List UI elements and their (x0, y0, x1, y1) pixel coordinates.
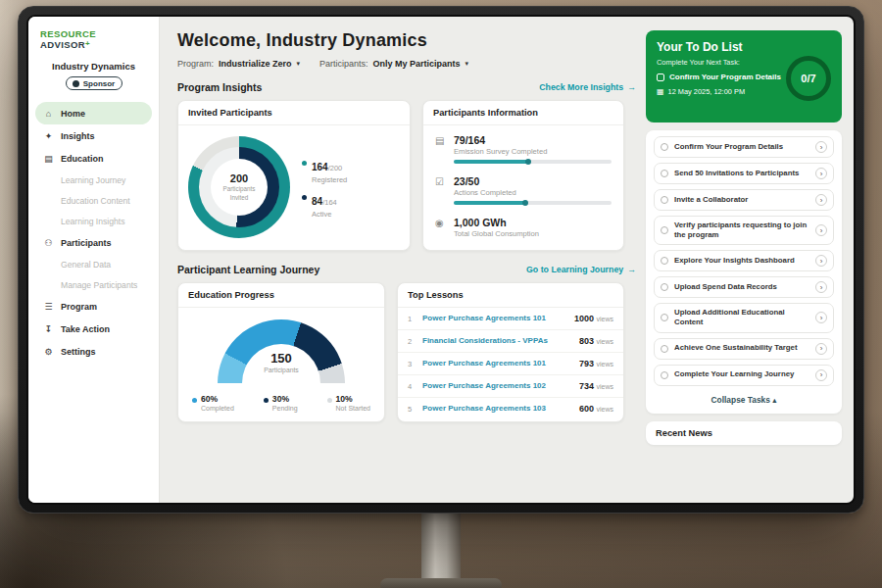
task-expand-button[interactable]: › (815, 194, 827, 206)
sidebar-item-education-content[interactable]: Education Content (28, 190, 159, 211)
sidebar-nav: ⌂ Home ✦ Insights ▤ Education Learning J… (28, 102, 159, 363)
task-checkbox[interactable] (661, 283, 668, 291)
progress-bar (454, 160, 612, 164)
legend-value: 30% (272, 394, 298, 404)
task-row[interactable]: Invite a Collaborator › (654, 189, 834, 211)
scene: RESOURCE ADVISOR+ Industry Dynamics Spon… (0, 0, 882, 588)
collapse-tasks-link[interactable]: Collapse Tasks ▴ (654, 391, 834, 410)
legend-label: Registered (312, 175, 347, 184)
task-checkbox[interactable] (661, 345, 668, 353)
task-expand-button[interactable]: › (815, 224, 827, 236)
task-checkbox[interactable] (661, 196, 668, 204)
task-label: Verify participants requesting to join t… (674, 220, 809, 240)
main-content: Welcome, Industry Dynamics Program: Indu… (160, 17, 646, 503)
location-pin-icon: ◉ (435, 218, 446, 238)
task-checkbox[interactable] (661, 143, 668, 151)
task-expand-button[interactable]: › (815, 168, 827, 179)
program-value: Industrialize Zero (219, 59, 292, 69)
legend-dot-icon (327, 398, 332, 403)
task-expand-button[interactable]: › (815, 312, 827, 323)
lesson-title-link[interactable]: Power Purchase Agreements 102 (422, 381, 572, 391)
top-lessons-card: Top Lessons 1 Power Purchase Agreements … (397, 282, 624, 422)
lesson-row[interactable]: 4 Power Purchase Agreements 102 734 view… (398, 375, 623, 398)
program-label: Program: (177, 59, 214, 69)
sidebar-item-settings[interactable]: ⚙ Settings (28, 340, 159, 363)
card-title: Invited Participants (178, 101, 410, 125)
legend-item-active: 84/164 Active (302, 191, 347, 219)
lesson-title-link[interactable]: Power Purchase Agreements 101 (422, 359, 572, 368)
task-expand-button[interactable]: › (815, 369, 827, 381)
lesson-title-link[interactable]: Power Purchase Agreements 103 (422, 404, 572, 414)
app-logo[interactable]: RESOURCE ADVISOR+ (28, 28, 159, 50)
task-checkbox[interactable] (661, 371, 668, 379)
task-checkbox[interactable] (661, 257, 668, 265)
task-row[interactable]: Upload Additional Educational Content › (654, 303, 834, 332)
lesson-row[interactable]: 1 Power Purchase Agreements 101 1000 vie… (398, 308, 623, 330)
todo-title: Your To Do List (657, 40, 831, 54)
task-row[interactable]: Send 50 Invitations to Participants › (654, 163, 834, 184)
sidebar-item-manage-participants[interactable]: Manage Participants (28, 274, 159, 295)
sidebar-item-participants[interactable]: ⚇ Participants (28, 231, 159, 254)
link-label: Check More Insights (539, 82, 623, 92)
donut-center-value: 200 (230, 172, 248, 184)
donut-center: 200 Participants Invited (211, 159, 268, 216)
lesson-title-link[interactable]: Financial Considerations - VPPAs (422, 336, 572, 346)
task-row[interactable]: Confirm Your Program Details › (654, 136, 834, 158)
sidebar-item-learning-journey[interactable]: Learning Journey (28, 170, 159, 190)
stat-label: Actions Completed (454, 188, 612, 197)
task-expand-button[interactable]: › (815, 343, 827, 355)
task-label: Upload Additional Educational Content (674, 308, 809, 327)
chevron-right-icon: › (820, 143, 823, 152)
chevron-up-icon: ▴ (772, 395, 776, 405)
stat-actions-completed: ☑ 23/50 Actions Completed (435, 175, 612, 205)
task-expand-button[interactable]: › (815, 141, 827, 153)
task-row[interactable]: Achieve One Sustainability Target › (654, 338, 834, 360)
sponsor-avatar-icon (73, 80, 79, 87)
learning-journey-header: Participant Learning Journey Go to Learn… (177, 264, 636, 275)
task-checkbox[interactable] (661, 170, 668, 177)
program-dropdown[interactable]: Program: Industrialize Zero ▾ (177, 59, 300, 69)
chevron-right-icon: › (820, 370, 823, 379)
lesson-views-count: 600 (579, 404, 594, 414)
lesson-row[interactable]: 5 Power Purchase Agreements 103 600 view… (398, 398, 623, 419)
task-row[interactable]: Complete Your Learning Journey › (654, 365, 834, 386)
lesson-title-link[interactable]: Power Purchase Agreements 101 (422, 314, 567, 323)
participants-dropdown[interactable]: Participants: Only My Participants ▾ (319, 59, 468, 69)
task-expand-button[interactable]: › (815, 255, 827, 267)
arrow-right-icon: → (627, 82, 636, 92)
sponsor-badge[interactable]: Sponsor (66, 76, 122, 90)
sidebar-item-program[interactable]: ☰ Program (28, 295, 159, 318)
task-checkbox[interactable] (661, 226, 668, 234)
lesson-row[interactable]: 3 Power Purchase Agreements 101 793 view… (398, 353, 623, 375)
stat-emission-survey: ▤ 79/164 Emission Survey Completed (435, 134, 612, 164)
task-row[interactable]: Upload Spend Data Records › (654, 276, 834, 298)
task-expand-button[interactable]: › (815, 281, 827, 293)
sidebar-item-general-data[interactable]: General Data (28, 254, 159, 274)
next-task-checkbox[interactable] (657, 74, 664, 81)
task-label: Complete Your Learning Journey (674, 369, 809, 379)
sidebar-item-learning-insights[interactable]: Learning Insights (28, 211, 159, 231)
home-icon: ⌂ (43, 109, 54, 119)
task-checkbox[interactable] (661, 314, 668, 321)
dashboard-screen: RESOURCE ADVISOR+ Industry Dynamics Spon… (28, 17, 854, 503)
sidebar-item-insights[interactable]: ✦ Insights (28, 124, 159, 147)
task-row[interactable]: Verify participants requesting to join t… (654, 216, 834, 245)
sidebar-item-home[interactable]: ⌂ Home (35, 102, 152, 124)
go-to-learning-journey-link[interactable]: Go to Learning Journey → (526, 265, 636, 274)
program-insights-header: Program Insights Check More Insights → (177, 81, 636, 93)
sidebar-item-take-action[interactable]: ↧ Take Action (28, 318, 159, 340)
legend-dot-icon (192, 398, 197, 403)
todo-panel: Your To Do List Complete Your Next Task:… (646, 17, 854, 503)
lesson-row[interactable]: 2 Financial Considerations - VPPAs 803 v… (398, 330, 623, 353)
lesson-rank: 3 (408, 360, 416, 368)
section-title: Participant Learning Journey (177, 264, 319, 275)
chevron-right-icon: › (820, 257, 823, 266)
legend-label: Completed (201, 405, 234, 412)
task-row[interactable]: Explore Your Insights Dashboard › (654, 250, 834, 271)
lesson-rank: 1 (408, 315, 416, 323)
check-more-insights-link[interactable]: Check More Insights → (539, 82, 636, 92)
task-label: Upload Spend Data Records (674, 282, 809, 292)
legend-value: 164 (312, 162, 328, 172)
sidebar-item-education[interactable]: ▤ Education (28, 147, 159, 170)
program-insights-cards: Invited Participants 200 Participants In… (177, 100, 636, 251)
